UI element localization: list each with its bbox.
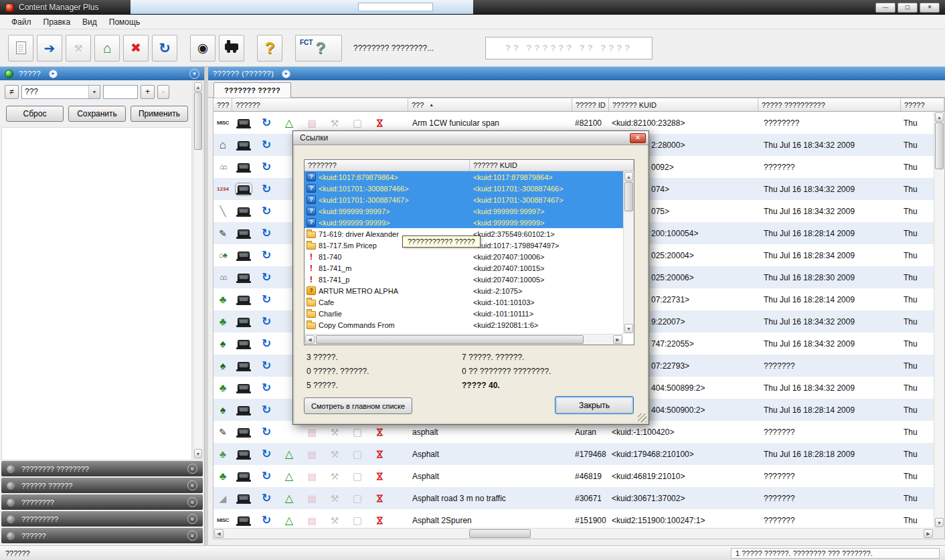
scrollbar-thumb[interactable] <box>935 122 944 169</box>
category-cell: ♠ <box>213 399 232 421</box>
table-horizontal-scrollbar[interactable]: ◀ ▶ <box>213 528 934 539</box>
scroll-up-icon[interactable]: ▲ <box>624 172 633 181</box>
column-header-kuid[interactable]: ?????? KUID <box>609 98 758 111</box>
minimize-button[interactable]: — <box>875 3 895 13</box>
column-header-id[interactable]: ????? ID <box>572 98 609 111</box>
reference-row[interactable]: !81-741_m<kuid:207407:10015> <box>305 262 623 274</box>
column-header-date[interactable]: ????? ?????????? <box>758 98 901 111</box>
reference-row[interactable]: Charlie<kuid:-101:10111> <box>305 308 623 319</box>
reference-row[interactable]: ?<kuid:1017:879879864><kuid:1017:8798798… <box>305 171 623 183</box>
reference-row[interactable]: !81-741_p<kuid:207407:10005> <box>305 274 623 285</box>
scroll-right-icon[interactable]: ▶ <box>613 335 622 344</box>
target-button[interactable]: ◉ <box>190 35 216 62</box>
save-button[interactable]: Сохранить <box>68 106 126 122</box>
expand-section-icon[interactable]: » <box>187 464 197 474</box>
refresh-button[interactable]: ↻ <box>152 35 177 62</box>
scrollbar-thumb[interactable] <box>624 182 633 211</box>
dialog-title-bar[interactable]: Ссылки ✕ <box>293 131 649 145</box>
dropdown-arrow-icon[interactable]: ▼ <box>88 86 100 98</box>
filter-value-input[interactable] <box>103 85 138 99</box>
close-button[interactable]: ✕ <box>920 3 940 13</box>
tab-main-list[interactable]: ??????? ????? <box>213 82 291 98</box>
table-row[interactable]: MISC↻△▤⚒▢⋈Asphalt 2Spuren#151900<kuid2:1… <box>213 509 934 528</box>
dialog-close-icon[interactable]: ✕ <box>630 133 646 143</box>
section-bar-3[interactable]: ????????? » <box>1 511 203 527</box>
collapse-panel-icon[interactable]: ▾ <box>189 69 199 79</box>
scroll-up-icon[interactable]: ▲ <box>935 112 944 122</box>
reference-row[interactable]: ?ARTUR METRO ALPHA<kuid:-2:1075> <box>305 285 623 296</box>
home-button[interactable]: ⌂ <box>94 35 120 62</box>
add-filter-button[interactable]: + <box>141 85 155 99</box>
column-header-status[interactable]: ?????? <box>232 98 408 111</box>
apply-button[interactable]: Применить <box>131 106 188 122</box>
dialog-horizontal-scrollbar[interactable]: ◀ ▶ <box>305 334 623 345</box>
scroll-up-icon[interactable]: ▲ <box>194 82 202 92</box>
menu-item-file[interactable]: Файл <box>5 15 37 29</box>
reference-row[interactable]: ?<kuid:101701:-300887466><kuid:101701:-3… <box>305 183 623 194</box>
left-panel-scrollbar[interactable]: ▲ ▼ <box>193 81 203 460</box>
scroll-down-icon[interactable]: ▼ <box>194 449 202 458</box>
collapsed-sections: ???????? ???????? » ?????? ?????? » ????… <box>1 460 203 543</box>
reference-kuid: <kuid:999999:99997> <box>470 205 623 217</box>
reference-row[interactable]: ?<kuid:999999:99999><kuid:999999:99999> <box>305 217 623 228</box>
fct-button[interactable]: FCT ? <box>295 35 342 62</box>
column-header-name[interactable]: ???▲ <box>408 98 572 111</box>
tools-button[interactable]: ⚒ <box>66 35 91 62</box>
filter-field-dropdown[interactable]: ??? ▼ <box>21 85 100 99</box>
remove-filter-button[interactable]: - <box>157 85 169 99</box>
section-bar-2[interactable]: ???????? » <box>1 494 203 510</box>
new-button[interactable] <box>8 35 33 62</box>
reset-button[interactable]: Сброс <box>6 106 64 122</box>
expand-section-icon[interactable]: » <box>187 480 197 490</box>
reference-row[interactable]: ?<kuid:999999:99997><kuid:999999:99997> <box>305 205 623 217</box>
reference-row[interactable]: Cafe<kuid:-101:10103> <box>305 296 623 308</box>
scrollbar-thumb[interactable] <box>316 335 584 344</box>
laptop-icon <box>238 163 250 171</box>
reference-row[interactable]: !81-740<kuid:207407:10006> <box>305 251 623 262</box>
table-row[interactable]: ♣↻△▤⚒▢⋈Asphalt#179468<kuid:179468:210100… <box>213 443 934 465</box>
scrollbar-thumb[interactable] <box>194 92 202 150</box>
scroll-left-icon[interactable]: ◀ <box>214 529 224 538</box>
exclamation-icon: ! <box>307 275 316 284</box>
laptop-icon <box>238 229 250 238</box>
column-header-extra[interactable]: ????? <box>901 98 944 111</box>
scrollbar-thumb[interactable] <box>469 529 531 538</box>
scroll-down-icon[interactable]: ▼ <box>935 518 944 527</box>
filter-operator-button[interactable]: ≠ <box>5 85 19 99</box>
help-button[interactable]: ? <box>257 35 282 62</box>
scroll-right-icon[interactable]: ▶ <box>924 529 933 538</box>
reference-row[interactable]: ?<kuid:101701:-300887467><kuid:101701:-3… <box>305 194 623 205</box>
table-row[interactable]: ♣↻△▤⚒▢⋈Asphalt#46819<kuid:46819:21010>??… <box>213 465 934 487</box>
scroll-left-icon[interactable]: ◀ <box>305 335 315 344</box>
section-bar-0[interactable]: ???????? ???????? » <box>1 461 203 476</box>
close-dialog-button[interactable]: Закрыть <box>555 396 634 414</box>
reference-row[interactable]: Copy Commands From<kuid2:192081:1:6> <box>305 319 623 331</box>
delete-button[interactable]: ✖ <box>123 35 149 62</box>
icon-slot <box>232 266 255 288</box>
maximize-button[interactable]: ▢ <box>897 3 918 13</box>
tools-icon: ⚒ <box>331 118 339 128</box>
box-icon: ▢ <box>353 515 362 525</box>
ref-column-kuid[interactable]: ?????? KUID <box>470 160 634 171</box>
resize-grip-icon[interactable] <box>638 413 647 422</box>
view-in-main-list-button[interactable]: Смотреть в главном списке <box>304 397 412 414</box>
menu-item-edit[interactable]: Правка <box>37 15 77 29</box>
expand-section-icon[interactable]: » <box>187 531 197 541</box>
table-vertical-scrollbar[interactable]: ▲ ▼ <box>934 112 944 528</box>
section-bar-1[interactable]: ?????? ?????? » <box>1 478 203 493</box>
refresh-icon: ↻ <box>262 382 271 393</box>
dialog-vertical-scrollbar[interactable]: ▲ ▼ <box>623 171 634 334</box>
import-button[interactable]: ➔ <box>37 35 62 62</box>
train-button[interactable] <box>219 35 244 62</box>
table-row[interactable]: ◢↻△▤⚒▢⋈Asphalt road 3 m no traffic#30671… <box>213 487 934 509</box>
menu-item-help[interactable]: Помощь <box>103 15 146 29</box>
section-bar-4[interactable]: ?????? » <box>1 528 203 543</box>
play-icon[interactable]: ▸ <box>282 70 290 78</box>
scroll-down-icon[interactable]: ▼ <box>624 324 633 333</box>
column-header-type[interactable]: ??? <box>213 98 232 111</box>
expand-section-icon[interactable]: » <box>187 497 197 507</box>
play-icon[interactable]: ▸ <box>49 70 58 78</box>
menu-item-view[interactable]: Вид <box>76 15 103 29</box>
expand-section-icon[interactable]: » <box>187 514 197 524</box>
ref-column-name[interactable]: ??????? <box>305 160 470 171</box>
